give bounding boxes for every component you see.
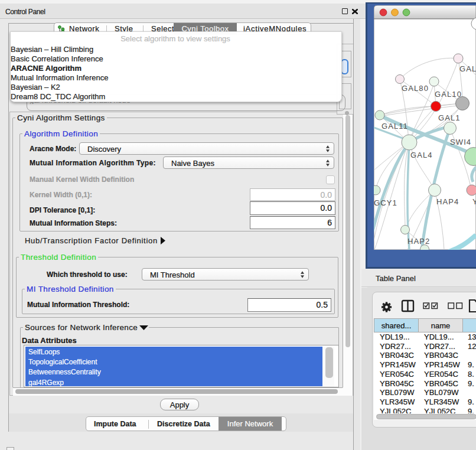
svg-text:GAL11: GAL11 bbox=[382, 122, 408, 131]
svg-text:GAL10: GAL10 bbox=[435, 90, 462, 99]
svg-text:HAP4: HAP4 bbox=[436, 197, 459, 206]
svg-text:GAL1: GAL1 bbox=[438, 113, 461, 122]
svg-text:GAL2: GAL2 bbox=[459, 64, 476, 73]
svg-text:GAL80: GAL80 bbox=[402, 84, 429, 93]
svg-text:HAP2: HAP2 bbox=[407, 237, 430, 246]
svg-text:Y: Y bbox=[472, 197, 476, 206]
svg-text:GAL4: GAL4 bbox=[410, 151, 433, 159]
svg-text:GCY1: GCY1 bbox=[374, 198, 397, 207]
svg-text:SWI4: SWI4 bbox=[450, 138, 471, 146]
